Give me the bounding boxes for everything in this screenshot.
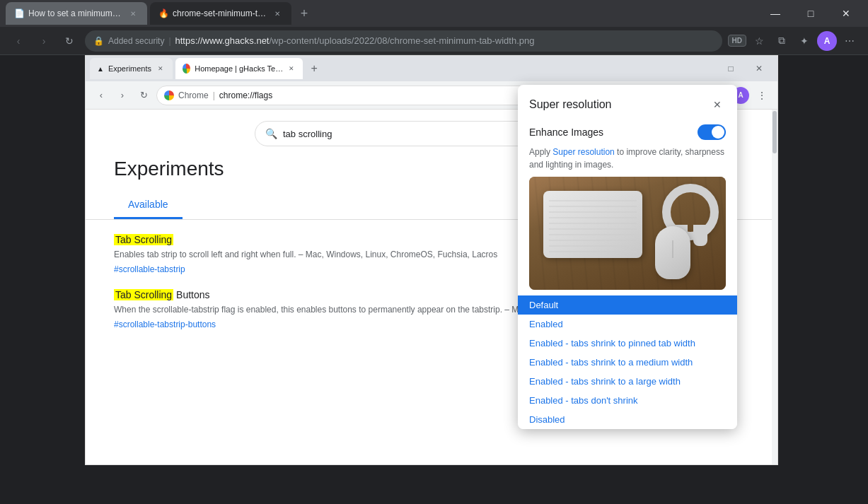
tab1-close-icon[interactable]: ✕ [127,8,139,19]
tab-available[interactable]: Available [114,192,183,219]
address-bar-actions: HD ☆ ⧉ ✦ A ⋯ [728,31,860,51]
inner-forward-button[interactable]: › [114,87,131,104]
dropdown-option-default[interactable]: Default [518,295,737,315]
browser-window: 📄 How to set a minimum tab width ✕ 🔥 chr… [0,0,868,504]
url-separator: | [168,36,170,46]
panel-image-preview [529,177,726,290]
tab2-favicon: 🔥 [158,8,168,18]
inner-tab2-title: Homepage | gHacks Technology [195,64,284,73]
dropdown-option-medium[interactable]: Enabled - tabs shrink to a medium width [518,353,737,372]
forward-button[interactable]: › [34,31,54,51]
tab-strip: 📄 How to set a minimum tab width ✕ 🔥 chr… [6,2,314,25]
maximize-button[interactable]: □ [794,2,827,25]
address-bar: ‹ › ↻ 🔒 Added security | https://www.gha… [0,27,868,55]
browser-tab-2[interactable]: 🔥 chrome-set-minimum-tab-width ✕ [150,2,291,25]
panel-description: Apply Super resolution to improve clarit… [518,146,737,177]
bookmark-button[interactable]: ☆ [749,31,769,51]
inner-menu-button[interactable]: ⋮ [753,87,770,104]
page-scrollbar[interactable] [772,110,777,464]
inner-window-controls: □ ✕ [717,59,773,78]
dropdown-option-disabled[interactable]: Disabled [518,410,737,429]
flag1-link[interactable]: #scrollable-tabstrip [114,264,185,274]
panel-close-button[interactable]: ✕ [709,96,726,113]
profile-avatar[interactable]: A [817,31,837,51]
super-resolution-panel: Super resolution ✕ Enhance Images Apply … [518,85,737,429]
more-menu-button[interactable]: ⋯ [840,31,860,51]
flag1-highlight: Tab Scrolling [114,234,173,245]
inner-refresh-button[interactable]: ↻ [135,87,152,104]
tab1-favicon: 📄 [14,8,24,18]
inner-url-separator: | [213,90,215,100]
inner-tab2-close-icon[interactable]: ✕ [288,64,296,74]
copilot-button[interactable]: ✦ [794,31,814,51]
added-security-label: Added security [108,36,164,46]
inner-maximize-button[interactable]: □ [717,59,745,78]
flag2-title-text: Tab Scrolling Buttons [114,289,210,300]
inner-tab1-title: Experiments [108,64,151,73]
url-text: https://www.ghacks.net/wp-content/upload… [175,35,535,46]
url-path: /wp-content/uploads/2022/08/chrome-set-m… [269,35,534,46]
toggle-knob [712,126,724,139]
inner-chrome-icon [164,90,174,100]
tab2-title: chrome-set-minimum-tab-width [173,8,267,18]
flag1-title-text: Tab Scrolling [114,234,173,245]
panel-dropdown: Default Enabled Enabled - tabs shrink to… [518,295,737,429]
window-controls: — □ ✕ [759,2,862,25]
inner-tab1-close-icon[interactable]: ✕ [156,64,166,74]
panel-title: Super resolution [529,98,612,111]
enhance-images-row: Enhance Images [518,119,737,146]
panel-header: Super resolution ✕ [518,85,737,119]
url-bar[interactable]: 🔒 Added security | https://www.ghacks.ne… [85,30,722,52]
flag2-suffix: Buttons [173,289,209,300]
dropdown-option-dont-shrink[interactable]: Enabled - tabs don't shrink [518,391,737,410]
browser-tab-1[interactable]: 📄 How to set a minimum tab width ✕ [6,2,147,25]
back-button[interactable]: ‹ [8,31,28,51]
flag2-link[interactable]: #scrollable-tabstrip-buttons [114,320,216,329]
tab2-close-icon[interactable]: ✕ [272,8,283,19]
scrollbar-thumb [772,111,777,153]
inner-tab-2[interactable]: Homepage | gHacks Technology ✕ [175,58,303,79]
enhance-images-label: Enhance Images [529,127,603,138]
inner-new-tab-button[interactable]: + [306,60,323,77]
inner-tab1-favicon: ▲ [97,65,104,73]
enhance-images-toggle[interactable] [698,124,726,140]
security-icon: 🔒 [93,36,104,46]
minimize-button[interactable]: — [759,2,792,25]
search-icon: 🔍 [265,128,277,139]
inner-url-text: chrome://flags [219,90,272,100]
desk-surface [529,177,726,290]
mouse-shape [655,226,690,279]
refresh-button[interactable]: ↻ [59,31,79,51]
tab1-title: How to set a minimum tab width [28,8,123,18]
inner-title-bar: ▲ Experiments ✕ Homepage | gHacks Techno… [86,56,777,81]
new-tab-button[interactable]: + [294,4,314,23]
inner-tab-1[interactable]: ▲ Experiments ✕ [90,58,173,79]
dropdown-option-enabled[interactable]: Enabled [518,315,737,334]
hd-badge: HD [728,35,746,47]
inner-tab2-favicon [183,64,190,74]
title-bar: 📄 How to set a minimum tab width ✕ 🔥 chr… [0,0,868,27]
inner-chrome-label: Chrome [178,90,209,100]
inner-back-button[interactable]: ‹ [93,87,110,104]
inner-close-button[interactable]: ✕ [745,59,773,78]
keyboard-shape [543,191,642,258]
flag2-highlight: Tab Scrolling [114,289,173,300]
close-button[interactable]: ✕ [830,2,862,25]
dropdown-option-pinned[interactable]: Enabled - tabs shrink to pinned tab widt… [518,334,737,353]
url-domain: https://www.ghacks.net [175,35,270,46]
screenshot-button[interactable]: ⧉ [772,31,792,51]
dropdown-option-large[interactable]: Enabled - tabs shrink to a large width [518,372,737,391]
desc-highlight: Super resolution [552,147,614,157]
